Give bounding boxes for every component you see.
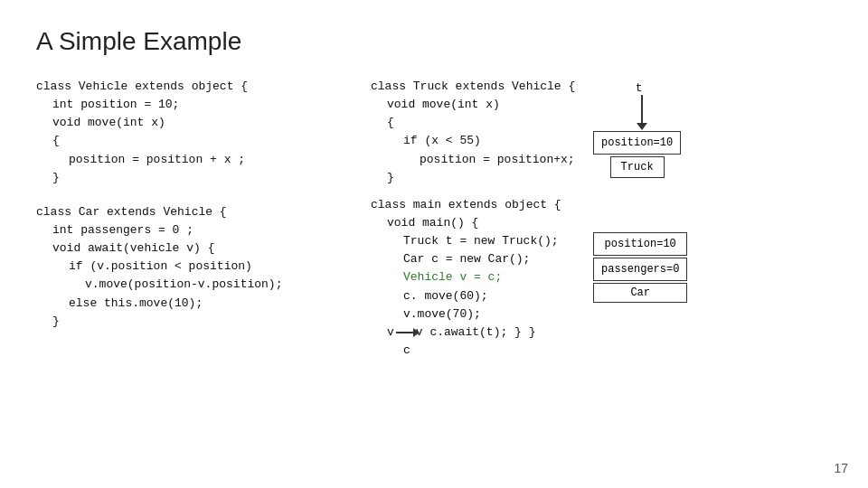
t-label: t [636, 81, 643, 95]
truck-line2: { [371, 114, 579, 132]
truck-class-code: class Truck extends Vehicle { void move(… [371, 78, 579, 187]
vehicle-line2: void move(int x) [36, 114, 344, 132]
vehicle-line5: } [36, 169, 344, 187]
main-header: class main extends object { [371, 196, 579, 214]
t-position-box: position=10 [593, 131, 681, 155]
truck-line1: void move(int x) [371, 96, 579, 114]
main-line2: Truck t = new Truck(); [371, 232, 579, 250]
car-line1: int passengers = 0 ; [36, 221, 344, 239]
car-line5: else this.move(10); [36, 295, 344, 313]
truck-line3: if (x < 55) [371, 132, 579, 150]
truck-header: class Truck extends Vehicle { [371, 78, 579, 96]
car-type-label: Car [593, 283, 687, 303]
car-line4: v.move(position-v.position); [36, 276, 344, 294]
truck-line5: } [371, 169, 579, 187]
c-memory-boxes: position=10 passengers=0 Car [593, 232, 687, 303]
vehicle-line1: int position = 10; [36, 96, 344, 114]
car-line6: } [36, 313, 344, 331]
main-line1: void main() { [371, 214, 579, 232]
vehicle-class-code: class Vehicle extends object { int posit… [36, 78, 344, 187]
car-line2: void await(vehicle v) { [36, 239, 344, 258]
c-position-box: position=10 [593, 232, 687, 256]
content-area: class Vehicle extends object { int posit… [36, 78, 832, 360]
main-line8: c [371, 342, 579, 360]
main-line5: c. move(60); [371, 287, 579, 305]
truck-line4: position = position+x; [371, 151, 579, 169]
v-prefix: v [387, 324, 394, 342]
car-class-code: class Car extends Vehicle { int passenge… [36, 203, 344, 331]
main-class-code: class main extends object { void main() … [371, 196, 579, 360]
vehicle-v-text: Vehicle v = c; [403, 270, 502, 284]
vehicle-line3: { [36, 132, 344, 150]
right-column: class Truck extends Vehicle { void move(… [371, 78, 832, 360]
main-line3: Car c = new Car(); [371, 250, 579, 268]
c-passengers-box: passengers=0 [593, 258, 687, 281]
slide-container: A Simple Example class Vehicle extends o… [0, 0, 868, 488]
car-header: class Car extends Vehicle { [36, 203, 344, 221]
slide-title: A Simple Example [36, 27, 832, 56]
vehicle-line4: position = position + x ; [36, 151, 344, 169]
c-arrow-row: position=10 passengers=0 Car [593, 232, 687, 303]
truck-type-label: Truck [610, 156, 665, 178]
t-arrow [641, 95, 643, 124]
page-number: 17 [834, 461, 848, 475]
main-line7-rest: v c.await(t); } } [416, 324, 536, 342]
main-line4: Vehicle v = c; [371, 268, 579, 286]
car-line3: if (v.position < position) [36, 258, 344, 276]
left-column: class Vehicle extends object { int posit… [36, 78, 344, 360]
vehicle-header: class Vehicle extends object { [36, 78, 344, 96]
main-line6: v.move(70); [371, 305, 579, 324]
